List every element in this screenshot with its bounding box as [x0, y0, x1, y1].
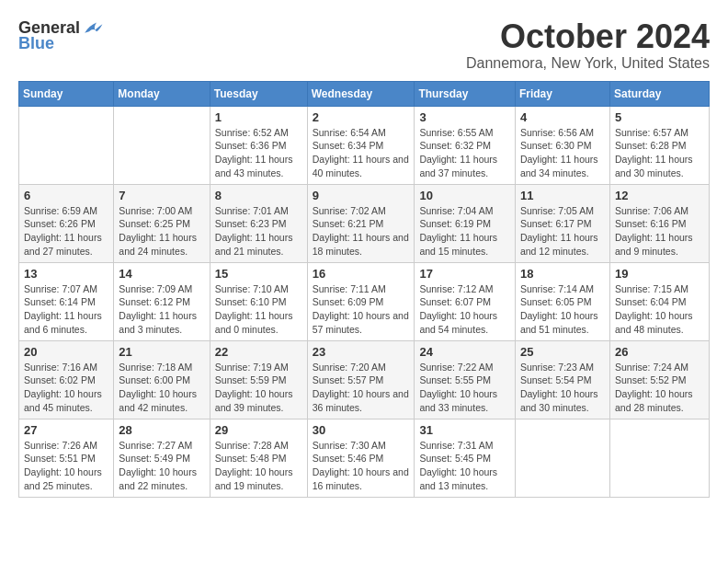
column-header-sunday: Sunday	[19, 81, 114, 106]
day-number: 16	[313, 267, 410, 281]
day-number: 28	[119, 423, 204, 437]
day-number: 19	[615, 267, 704, 281]
calendar-cell: 29Sunrise: 7:28 AM Sunset: 5:48 PM Dayli…	[210, 419, 307, 497]
calendar-cell: 8Sunrise: 7:01 AM Sunset: 6:23 PM Daylig…	[210, 184, 307, 262]
logo: General Blue	[18, 18, 104, 53]
calendar-cell: 13Sunrise: 7:07 AM Sunset: 6:14 PM Dayli…	[19, 262, 114, 340]
calendar-cell	[19, 106, 114, 184]
calendar-cell: 17Sunrise: 7:12 AM Sunset: 6:07 PM Dayli…	[415, 262, 516, 340]
calendar-cell: 6Sunrise: 6:59 AM Sunset: 6:26 PM Daylig…	[19, 184, 114, 262]
calendar-cell: 3Sunrise: 6:55 AM Sunset: 6:32 PM Daylig…	[415, 106, 516, 184]
day-number: 2	[313, 110, 410, 124]
calendar-cell: 10Sunrise: 7:04 AM Sunset: 6:19 PM Dayli…	[415, 184, 516, 262]
day-info: Sunrise: 7:20 AM Sunset: 5:57 PM Dayligh…	[313, 361, 410, 415]
calendar-cell: 20Sunrise: 7:16 AM Sunset: 6:02 PM Dayli…	[19, 340, 114, 419]
day-info: Sunrise: 7:26 AM Sunset: 5:51 PM Dayligh…	[24, 439, 108, 493]
day-number: 26	[615, 345, 704, 359]
day-number: 24	[419, 345, 510, 359]
day-info: Sunrise: 7:05 AM Sunset: 6:17 PM Dayligh…	[520, 204, 605, 259]
day-info: Sunrise: 7:10 AM Sunset: 6:10 PM Dayligh…	[215, 282, 302, 337]
calendar-cell: 5Sunrise: 6:57 AM Sunset: 6:28 PM Daylig…	[609, 106, 709, 184]
calendar-cell: 11Sunrise: 7:05 AM Sunset: 6:17 PM Dayli…	[515, 184, 609, 262]
day-info: Sunrise: 7:15 AM Sunset: 6:04 PM Dayligh…	[615, 282, 704, 337]
day-number: 23	[313, 345, 410, 359]
day-info: Sunrise: 7:12 AM Sunset: 6:07 PM Dayligh…	[419, 282, 510, 337]
day-info: Sunrise: 7:30 AM Sunset: 5:46 PM Dayligh…	[313, 439, 410, 493]
day-number: 14	[119, 267, 204, 281]
calendar-cell: 14Sunrise: 7:09 AM Sunset: 6:12 PM Dayli…	[114, 262, 210, 340]
column-header-saturday: Saturday	[609, 81, 709, 106]
day-info: Sunrise: 7:01 AM Sunset: 6:23 PM Dayligh…	[215, 204, 302, 259]
day-number: 22	[215, 345, 302, 359]
column-header-thursday: Thursday	[415, 81, 516, 106]
day-info: Sunrise: 7:07 AM Sunset: 6:14 PM Dayligh…	[24, 282, 108, 337]
day-number: 18	[520, 267, 605, 281]
day-info: Sunrise: 6:55 AM Sunset: 6:32 PM Dayligh…	[419, 126, 510, 180]
calendar-cell: 15Sunrise: 7:10 AM Sunset: 6:10 PM Dayli…	[210, 262, 307, 340]
day-info: Sunrise: 7:00 AM Sunset: 6:25 PM Dayligh…	[119, 204, 204, 259]
day-number: 10	[419, 189, 510, 202]
calendar-cell: 23Sunrise: 7:20 AM Sunset: 5:57 PM Dayli…	[307, 340, 415, 419]
calendar-cell: 7Sunrise: 7:00 AM Sunset: 6:25 PM Daylig…	[114, 184, 210, 262]
day-number: 7	[119, 189, 204, 202]
day-info: Sunrise: 7:02 AM Sunset: 6:21 PM Dayligh…	[313, 204, 410, 259]
day-number: 12	[615, 189, 704, 202]
calendar-cell: 2Sunrise: 6:54 AM Sunset: 6:34 PM Daylig…	[307, 106, 415, 184]
day-info: Sunrise: 7:23 AM Sunset: 5:54 PM Dayligh…	[520, 361, 605, 415]
page-header: General Blue October 2024 Dannemora, New…	[18, 18, 710, 72]
day-info: Sunrise: 7:19 AM Sunset: 5:59 PM Dayligh…	[215, 361, 302, 415]
location-title: Dannemora, New York, United States	[466, 55, 710, 72]
day-number: 13	[24, 267, 108, 281]
calendar-cell: 31Sunrise: 7:31 AM Sunset: 5:45 PM Dayli…	[415, 419, 516, 497]
calendar-week-row: 13Sunrise: 7:07 AM Sunset: 6:14 PM Dayli…	[19, 262, 710, 340]
calendar-cell: 26Sunrise: 7:24 AM Sunset: 5:52 PM Dayli…	[609, 340, 709, 419]
day-info: Sunrise: 7:22 AM Sunset: 5:55 PM Dayligh…	[419, 361, 510, 415]
calendar-cell: 16Sunrise: 7:11 AM Sunset: 6:09 PM Dayli…	[307, 262, 415, 340]
calendar-cell	[114, 106, 210, 184]
day-number: 30	[313, 423, 410, 437]
day-number: 1	[215, 110, 302, 124]
day-number: 25	[520, 345, 605, 359]
calendar-cell: 12Sunrise: 7:06 AM Sunset: 6:16 PM Dayli…	[609, 184, 709, 262]
day-info: Sunrise: 7:14 AM Sunset: 6:05 PM Dayligh…	[520, 282, 605, 337]
calendar-week-row: 6Sunrise: 6:59 AM Sunset: 6:26 PM Daylig…	[19, 184, 710, 262]
day-number: 20	[24, 345, 108, 359]
title-section: October 2024 Dannemora, New York, United…	[466, 18, 710, 72]
day-info: Sunrise: 7:18 AM Sunset: 6:00 PM Dayligh…	[119, 361, 204, 415]
calendar-table: SundayMondayTuesdayWednesdayThursdayFrid…	[18, 81, 710, 498]
calendar-week-row: 27Sunrise: 7:26 AM Sunset: 5:51 PM Dayli…	[19, 419, 710, 497]
day-number: 6	[24, 189, 108, 202]
logo-blue-text: Blue	[18, 34, 54, 53]
column-header-friday: Friday	[515, 81, 609, 106]
day-info: Sunrise: 7:09 AM Sunset: 6:12 PM Dayligh…	[119, 282, 204, 337]
day-info: Sunrise: 7:31 AM Sunset: 5:45 PM Dayligh…	[419, 439, 510, 493]
day-number: 29	[215, 423, 302, 437]
day-number: 3	[419, 110, 510, 124]
day-number: 5	[615, 110, 704, 124]
day-number: 8	[215, 189, 302, 202]
column-header-wednesday: Wednesday	[307, 81, 415, 106]
day-number: 21	[119, 345, 204, 359]
column-header-monday: Monday	[114, 81, 210, 106]
day-number: 27	[24, 423, 108, 437]
day-info: Sunrise: 7:11 AM Sunset: 6:09 PM Dayligh…	[313, 282, 410, 337]
day-info: Sunrise: 6:59 AM Sunset: 6:26 PM Dayligh…	[24, 204, 108, 259]
calendar-cell: 25Sunrise: 7:23 AM Sunset: 5:54 PM Dayli…	[515, 340, 609, 419]
day-info: Sunrise: 7:28 AM Sunset: 5:48 PM Dayligh…	[215, 439, 302, 493]
day-info: Sunrise: 6:57 AM Sunset: 6:28 PM Dayligh…	[615, 126, 704, 180]
day-info: Sunrise: 6:52 AM Sunset: 6:36 PM Dayligh…	[215, 126, 302, 180]
day-number: 4	[520, 110, 605, 124]
day-number: 11	[520, 189, 605, 202]
day-info: Sunrise: 7:06 AM Sunset: 6:16 PM Dayligh…	[615, 204, 704, 259]
day-info: Sunrise: 6:56 AM Sunset: 6:30 PM Dayligh…	[520, 126, 605, 180]
month-title: October 2024	[466, 18, 710, 55]
calendar-week-row: 20Sunrise: 7:16 AM Sunset: 6:02 PM Dayli…	[19, 340, 710, 419]
column-header-tuesday: Tuesday	[210, 81, 307, 106]
day-info: Sunrise: 6:54 AM Sunset: 6:34 PM Dayligh…	[313, 126, 410, 180]
day-number: 15	[215, 267, 302, 281]
day-number: 9	[313, 189, 410, 202]
day-number: 31	[419, 423, 510, 437]
calendar-cell: 22Sunrise: 7:19 AM Sunset: 5:59 PM Dayli…	[210, 340, 307, 419]
calendar-cell: 30Sunrise: 7:30 AM Sunset: 5:46 PM Dayli…	[307, 419, 415, 497]
calendar-cell: 21Sunrise: 7:18 AM Sunset: 6:00 PM Dayli…	[114, 340, 210, 419]
